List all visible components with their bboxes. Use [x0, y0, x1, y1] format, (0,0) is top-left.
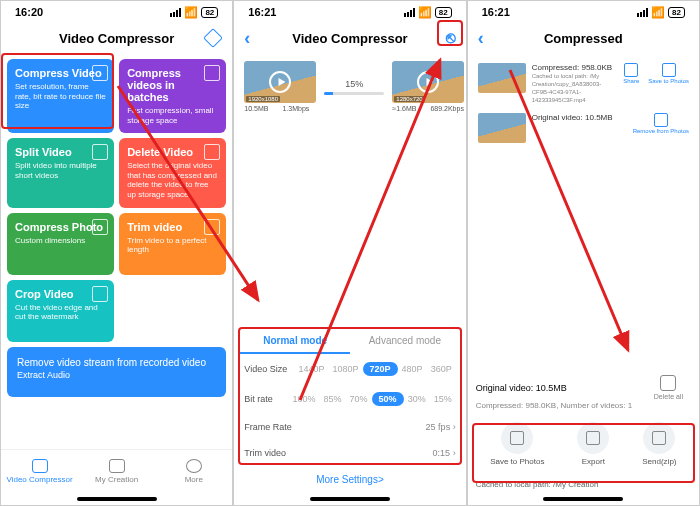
- share-button[interactable]: Share: [623, 63, 639, 84]
- send-icon: [652, 431, 666, 445]
- time: 16:21: [482, 6, 510, 18]
- row-trim[interactable]: Trim video 0:15 ›: [240, 440, 459, 466]
- size-option[interactable]: 1440P: [295, 362, 329, 376]
- screen-compress-settings: 16:21 📶82 ‹ Video Compressor ⎋ 1920x1080…: [233, 0, 466, 506]
- card-sub: Set resolution, frame rate, bit rate to …: [15, 82, 106, 111]
- compressed-size: Compressed: 958.0KB: [532, 63, 615, 73]
- status-bar: 16:20 📶82: [1, 1, 232, 23]
- card-sub: Fast compression, small storage space: [127, 106, 218, 125]
- status-bar: 16:21 📶82: [468, 1, 699, 23]
- bitrate-option[interactable]: 30%: [404, 392, 430, 406]
- compress-pct: 15%: [345, 79, 363, 89]
- size-option[interactable]: 480P: [398, 362, 427, 376]
- bitrate-option[interactable]: 15%: [430, 392, 456, 406]
- size-option[interactable]: 1080P: [329, 362, 363, 376]
- export-icon: [586, 431, 600, 445]
- premium-icon[interactable]: [203, 28, 223, 48]
- share-icon: [624, 63, 638, 77]
- feature-card[interactable]: Compress VideoSet resolution, frame rate…: [7, 59, 114, 133]
- remove-button[interactable]: Remove from Photos: [633, 113, 689, 134]
- card-sub: Extract Audio: [17, 370, 216, 380]
- original-thumb[interactable]: [478, 113, 526, 143]
- card-sub: Trim video to a perfect length: [127, 236, 218, 255]
- gear-icon: [186, 459, 202, 473]
- mode-tabs: Normal mode Advanced mode: [240, 329, 459, 354]
- feature-card[interactable]: Split VideoSplit video into multiple sho…: [7, 138, 114, 207]
- screen-home: 16:20 📶82 Video Compressor Compress Vide…: [0, 0, 233, 506]
- trash-icon: [654, 113, 668, 127]
- bitrate-option[interactable]: 85%: [320, 392, 346, 406]
- card-sub: Select the original video that has compr…: [127, 161, 218, 199]
- time: 16:21: [248, 6, 276, 18]
- bitrate-option[interactable]: 50%: [372, 392, 404, 406]
- chevron-right-icon: ›: [453, 422, 456, 432]
- extract-audio-card[interactable]: Remove video stream from recorded video …: [7, 347, 226, 397]
- summary-count: Compressed: 958.0KB, Number of videos: 1: [474, 399, 693, 412]
- feature-icon: [92, 144, 108, 160]
- feature-icon: [204, 219, 220, 235]
- card-title: Remove video stream from recorded video: [17, 357, 216, 368]
- result-thumb[interactable]: [478, 63, 526, 93]
- trash-icon: [660, 375, 676, 391]
- back-button[interactable]: ‹: [478, 28, 484, 49]
- back-button[interactable]: ‹: [244, 28, 250, 49]
- screen-compressed: 16:21 📶82 ‹ Compressed Compressed: 958.0…: [467, 0, 700, 506]
- page-title: Compressed: [544, 31, 623, 46]
- more-settings[interactable]: More Settings>: [240, 466, 459, 493]
- feature-card[interactable]: Compress videos in batchesFast compressi…: [119, 59, 226, 133]
- action-export[interactable]: Export: [577, 422, 609, 466]
- tab-compressor[interactable]: Video Compressor: [1, 450, 78, 493]
- row-video-size: Video Size 1440P1080P720P480P360P: [240, 354, 459, 384]
- battery: 82: [201, 7, 218, 18]
- card-sub: Cut the video edge and cut the watermark: [15, 303, 106, 322]
- export-button[interactable]: ⎋: [446, 29, 456, 47]
- tab-normal[interactable]: Normal mode: [240, 329, 350, 354]
- source-thumb[interactable]: 1920x1080: [244, 61, 316, 103]
- navbar: ‹ Compressed: [468, 23, 699, 53]
- navbar: Video Compressor: [1, 23, 232, 53]
- cache-path: Cached to local path: /My Creation/copy_…: [532, 73, 615, 104]
- row-framerate[interactable]: Frame Rate 25 fps ›: [240, 414, 459, 440]
- page-title: Video Compressor: [292, 31, 407, 46]
- feature-icon: [204, 65, 220, 81]
- card-sub: Custom dimensions: [15, 236, 106, 246]
- tab-advanced[interactable]: Advanced mode: [350, 329, 460, 354]
- feature-card[interactable]: Delete VideoSelect the original video th…: [119, 138, 226, 207]
- bitrate-option[interactable]: 70%: [346, 392, 372, 406]
- bitrate-option[interactable]: 100%: [289, 392, 320, 406]
- download-icon: [510, 431, 524, 445]
- card-sub: Split video into multiple short videos: [15, 161, 106, 180]
- feature-card[interactable]: Crop VideoCut the video edge and cut the…: [7, 280, 114, 342]
- action-save[interactable]: Save to Photos: [490, 422, 544, 466]
- tab-creation[interactable]: My Creation: [78, 450, 155, 493]
- page-title: Video Compressor: [59, 31, 174, 46]
- navbar: ‹ Video Compressor ⎋: [234, 23, 465, 53]
- delete-all-button[interactable]: Delete all: [654, 375, 683, 400]
- size-option[interactable]: 720P: [363, 362, 398, 376]
- feature-icon: [92, 219, 108, 235]
- chevron-right-icon: ›: [453, 448, 456, 458]
- bottom-tabs: Video Compressor My Creation More: [1, 449, 232, 493]
- save-photos-button[interactable]: Save to Photos: [648, 63, 689, 84]
- tab-more[interactable]: More: [155, 450, 232, 493]
- feature-card[interactable]: Trim videoTrim video to a perfect length: [119, 213, 226, 275]
- size-option[interactable]: 360P: [427, 362, 456, 376]
- download-icon: [662, 63, 676, 77]
- feature-icon: [92, 286, 108, 302]
- target-thumb[interactable]: 1280x720: [392, 61, 464, 103]
- row-bitrate: Bit rate 100%85%70%50%30%15%: [240, 384, 459, 414]
- feature-card[interactable]: Compress PhotoCustom dimensions: [7, 213, 114, 275]
- action-send[interactable]: Send(zip): [642, 422, 676, 466]
- time: 16:20: [15, 6, 43, 18]
- feature-icon: [204, 144, 220, 160]
- feature-icon: [92, 65, 108, 81]
- footer-path: Cached to local path: /My Creation: [474, 476, 693, 493]
- status-bar: 16:21 📶82: [234, 1, 465, 23]
- original-size: Original video: 10.5MB: [532, 113, 624, 123]
- folder-icon: [109, 459, 125, 473]
- compressor-icon: [32, 459, 48, 473]
